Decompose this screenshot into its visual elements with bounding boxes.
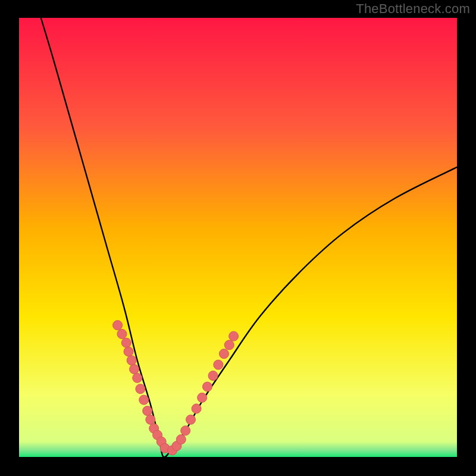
highlight-dot [130, 364, 139, 374]
highlight-dot [121, 338, 131, 347]
highlight-dot [117, 329, 127, 339]
bottleneck-chart [0, 0, 476, 476]
plot-background [19, 18, 457, 457]
chart-frame: TheBottleneck.com [0, 0, 476, 476]
highlight-dot [146, 415, 155, 424]
highlight-dot [124, 347, 133, 356]
highlight-dot [113, 321, 123, 330]
highlight-dot [214, 360, 223, 369]
highlight-dot [192, 404, 201, 414]
highlight-dot [133, 373, 142, 383]
watermark-label: TheBottleneck.com [356, 1, 470, 17]
highlight-dot [224, 340, 234, 350]
highlight-dot [139, 395, 149, 405]
highlight-dot [219, 349, 228, 359]
highlight-dot [186, 415, 196, 424]
highlight-dot [136, 384, 145, 394]
highlight-dot [127, 356, 136, 365]
highlight-dot [208, 371, 218, 380]
highlight-dot [181, 426, 190, 436]
highlight-dot [198, 393, 207, 402]
highlight-dot [229, 331, 239, 341]
highlight-dot [143, 406, 152, 416]
highlight-dot [202, 382, 212, 392]
highlight-dot [176, 434, 186, 444]
